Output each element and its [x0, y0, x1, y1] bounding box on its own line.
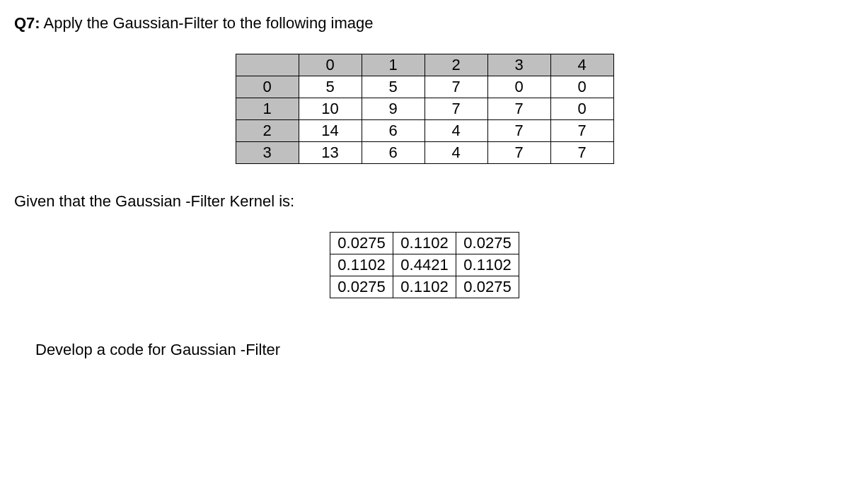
kernel-cell: 0.0275 [456, 276, 519, 298]
matrix-cell: 14 [299, 120, 362, 142]
question-text: Apply the Gaussian-Filter to the followi… [40, 14, 374, 32]
matrix-cell: 7 [424, 98, 487, 120]
kernel-cell: 0.0275 [330, 276, 393, 298]
kernel-cell: 0.1102 [456, 254, 519, 276]
matrix-cell: 4 [424, 120, 487, 142]
matrix-cell: 7 [550, 120, 613, 142]
given-text: Given that the Gaussian -Filter Kernel i… [14, 192, 835, 211]
row-header: 1 [236, 98, 299, 120]
matrix-corner [236, 54, 299, 76]
matrix-cell: 9 [362, 98, 424, 120]
matrix-cell: 7 [424, 76, 487, 98]
col-header: 1 [362, 54, 424, 76]
kernel-cell: 0.1102 [393, 233, 456, 254]
row-header: 3 [236, 142, 299, 164]
matrix-cell: 7 [487, 120, 550, 142]
matrix-cell: 5 [299, 76, 362, 98]
matrix-cell: 7 [487, 98, 550, 120]
kernel-cell: 0.1102 [330, 254, 393, 276]
col-header: 3 [487, 54, 550, 76]
matrix-cell: 13 [299, 142, 362, 164]
matrix-cell: 7 [487, 142, 550, 164]
question-line: Q7: Apply the Gaussian-Filter to the fol… [14, 14, 835, 33]
kernel-cell: 0.0275 [456, 233, 519, 254]
image-matrix-table: 0 1 2 3 4 0 5 5 7 0 0 1 10 9 7 7 0 2 14 … [236, 54, 614, 164]
col-header: 2 [424, 54, 487, 76]
matrix-cell: 0 [550, 76, 613, 98]
matrix-cell: 0 [487, 76, 550, 98]
matrix-cell: 5 [362, 76, 424, 98]
matrix-cell: 10 [299, 98, 362, 120]
matrix-cell: 7 [550, 142, 613, 164]
kernel-cell: 0.4421 [393, 254, 456, 276]
col-header: 4 [550, 54, 613, 76]
kernel-cell: 0.1102 [393, 276, 456, 298]
question-label: Q7: [14, 14, 40, 32]
kernel-cell: 0.0275 [330, 233, 393, 254]
row-header: 2 [236, 120, 299, 142]
kernel-table: 0.0275 0.1102 0.0275 0.1102 0.4421 0.110… [330, 232, 519, 298]
matrix-cell: 0 [550, 98, 613, 120]
matrix-cell: 6 [362, 142, 424, 164]
row-header: 0 [236, 76, 299, 98]
matrix-cell: 4 [424, 142, 487, 164]
matrix-cell: 6 [362, 120, 424, 142]
col-header: 0 [299, 54, 362, 76]
develop-text: Develop a code for Gaussian -Filter [35, 341, 835, 359]
